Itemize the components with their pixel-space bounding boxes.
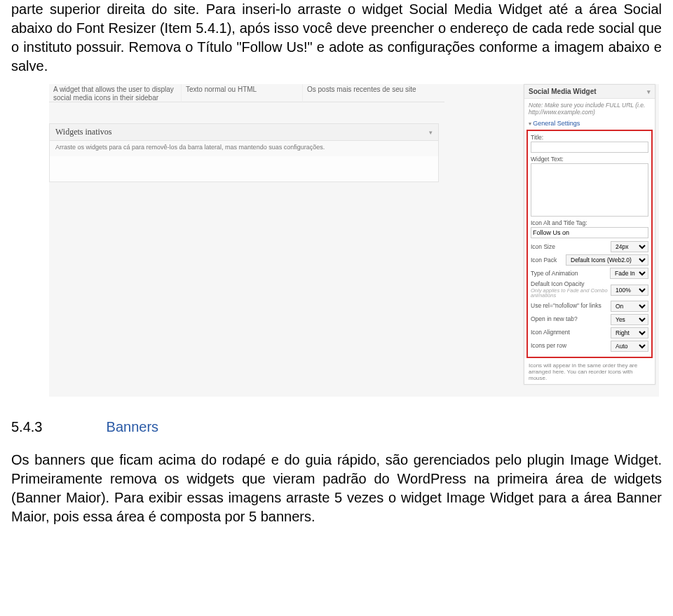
widget-panel-title: Social Media Widget — [529, 88, 597, 95]
icon-pack-select[interactable]: Default Icons (Web2.0) — [566, 254, 648, 266]
chevron-down-icon[interactable]: ▾ — [429, 129, 433, 136]
label-widget-text: Widget Text: — [531, 156, 648, 163]
intro-paragraph: parte superior direita do site. Para ins… — [0, 0, 673, 76]
icon-alt-input[interactable] — [531, 227, 648, 238]
animation-select[interactable]: Fade In — [610, 268, 648, 279]
inactive-widgets-panel: Widgets inativos ▾ Arraste os widgets pa… — [49, 123, 439, 182]
chevron-down-icon[interactable]: ▾ — [647, 88, 651, 95]
widget-footer-note: Icons will appear in the same order they… — [524, 361, 655, 385]
opacity-select[interactable]: 100% — [611, 285, 648, 296]
section-number: 5.4.3 — [11, 419, 42, 434]
widget-url-note: Note: Make sure you include FULL URL (i.… — [524, 99, 655, 118]
widget-desc-text: Texto normal ou HTML — [181, 84, 302, 102]
inactive-widgets-title: Widgets inativos — [55, 127, 112, 137]
label-icon-pack: Icon Pack — [531, 257, 566, 263]
icon-size-select[interactable]: 24px — [611, 241, 648, 252]
widget-desc-social: A widget that allows the user to display… — [49, 84, 181, 102]
icons-per-row-select[interactable]: Auto — [611, 341, 648, 352]
label-nofollow: Use rel="nofollow" for links — [531, 303, 611, 309]
title-input[interactable] — [531, 142, 648, 153]
label-icon-alt: Icon Alt and Title Tag: — [531, 219, 648, 226]
inactive-dropzone[interactable] — [49, 156, 439, 182]
nofollow-select[interactable]: On — [611, 301, 648, 312]
outro-paragraph: Os banners que ficam acima do rodapé e d… — [0, 451, 673, 526]
inactive-widgets-desc: Arraste os widgets para cá para removê-l… — [49, 141, 439, 156]
settings-screenshot: A widget that allows the user to display… — [49, 84, 659, 397]
newtab-select[interactable]: Yes — [611, 314, 648, 325]
label-newtab: Open in new tab? — [531, 316, 611, 322]
general-settings-toggle[interactable]: General Settings — [524, 118, 655, 130]
label-animation: Type of Animation — [531, 271, 610, 277]
social-media-widget-panel: Social Media Widget ▾ Note: Make sure yo… — [524, 84, 655, 385]
label-icons-per-row: Icons per row — [531, 343, 611, 349]
widget-text-textarea[interactable] — [531, 163, 648, 217]
label-alignment: Icon Alignment — [531, 329, 611, 336]
alignment-select[interactable]: Right — [611, 327, 648, 338]
section-heading: 5.4.3 Banners — [0, 418, 673, 437]
section-title: Banners — [107, 419, 159, 434]
label-icon-size: Icon Size — [531, 244, 611, 250]
hint-opacity: Only applies to Fade and Combo animation… — [531, 288, 611, 299]
label-title: Title: — [531, 134, 648, 141]
highlighted-settings: Title: Widget Text: Icon Alt and Title T… — [526, 130, 653, 357]
widget-desc-recent: Os posts mais recentes de seu site — [302, 84, 444, 102]
